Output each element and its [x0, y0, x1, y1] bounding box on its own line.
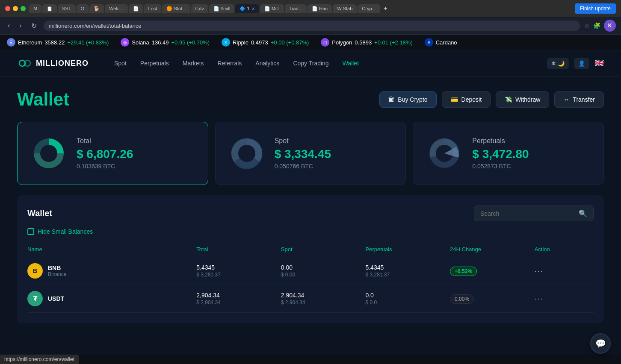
- tab-sst[interactable]: SST: [58, 4, 75, 13]
- tab-tldv[interactable]: tl;dv: [191, 4, 208, 13]
- tab-active[interactable]: 🔷 1✕: [235, 4, 259, 13]
- table-header: Name Total Spot Perpetuals 24H Change Ac…: [27, 242, 594, 257]
- total-balance-card: Total $ 6,807.26 0.103639 BTC: [17, 122, 208, 185]
- wallet-section-header: Wallet 🔍: [27, 205, 594, 221]
- nav-spot[interactable]: Spot: [114, 60, 127, 67]
- usdt-action[interactable]: ···: [535, 294, 594, 303]
- transfer-label: Transfer: [573, 96, 595, 103]
- ethereum-price: 3588.22: [44, 39, 65, 46]
- tab-millio3[interactable]: 📄 Milli: [260, 4, 284, 13]
- bnb-name-group: BNB Binance: [48, 264, 66, 277]
- tab-millio1[interactable]: 📋: [42, 4, 57, 13]
- tab-gmail[interactable]: M: [29, 4, 41, 13]
- forward-button[interactable]: ›: [17, 21, 24, 30]
- language-flag[interactable]: 🇬🇧: [594, 59, 604, 68]
- usdt-symbol: USDT: [48, 295, 64, 302]
- usdt-icon: ₮: [27, 291, 43, 306]
- ethereum-change: +29.41 (+0.83%): [67, 39, 109, 46]
- polygon-change: +0.01 (+2.18%): [374, 39, 413, 46]
- hide-small-balances-toggle[interactable]: Hide Small Balances: [27, 228, 594, 235]
- tab-crypto[interactable]: Cryp...: [358, 4, 380, 13]
- ticker-ethereum: Ξ Ethereum 3588.22 +29.41 (+0.83%): [7, 38, 109, 47]
- ethereum-name: Ethereum: [18, 39, 42, 46]
- ripple-name: Ripple: [233, 39, 248, 46]
- col-24h-change: 24H Change: [450, 246, 535, 252]
- tab-millio2[interactable]: 📄: [129, 4, 143, 13]
- bnb-change-badge: +0.52%: [450, 267, 477, 276]
- withdraw-button[interactable]: 💸 Withdraw: [496, 91, 549, 108]
- tab-stolen[interactable]: 🟠 Stol...: [162, 4, 190, 13]
- deposit-icon: 💳: [451, 96, 458, 103]
- polygon-icon: ⬡: [321, 38, 329, 47]
- bnb-icon: B: [27, 263, 43, 279]
- usdt-change: 0.00%: [450, 295, 535, 302]
- tab-mill[interactable]: 📄 #mill: [209, 4, 235, 13]
- tab-google[interactable]: G: [77, 4, 89, 13]
- usdt-change-badge: 0.00%: [450, 294, 474, 304]
- spot-card-btc: 0.050766 BTC: [275, 163, 394, 170]
- cardano-icon: ₳: [425, 38, 433, 47]
- nav-copy-trading[interactable]: Copy Trading: [293, 60, 328, 67]
- hide-balances-label: Hide Small Balances: [38, 228, 93, 235]
- address-input[interactable]: [44, 21, 580, 31]
- usdt-name-group: USDT: [48, 295, 64, 302]
- back-button[interactable]: ‹: [5, 21, 12, 30]
- search-input[interactable]: [480, 210, 575, 217]
- ticker-solana: ◎ Solana 136.49 +0.95 (+0.70%): [121, 38, 210, 47]
- wallet-page-title: Wallet: [17, 89, 69, 110]
- col-spot: Spot: [281, 246, 366, 252]
- new-tab-button[interactable]: +: [381, 5, 390, 12]
- bnb-perp: 5.4345 $ 3,281.37: [365, 264, 450, 278]
- usdt-more-button[interactable]: ···: [535, 294, 544, 303]
- col-name: Name: [27, 246, 196, 252]
- bookmark-icon[interactable]: ☆: [584, 22, 590, 29]
- extension-icon[interactable]: 🧩: [593, 22, 600, 29]
- nav-markets[interactable]: Markets: [183, 60, 204, 67]
- address-bar-icons: ☆ 🧩 K: [584, 20, 616, 32]
- perpetuals-card-info: Perpetuals $ 3,472.80 0.052873 BTC: [472, 137, 591, 170]
- table-row: B BNB Binance 5.4345 $ 3,281.37 0.00 $ 0…: [27, 257, 594, 285]
- nav-links: Spot Perpetuals Markets Referrals Analyt…: [114, 60, 547, 67]
- nav-analytics[interactable]: Analytics: [255, 60, 279, 67]
- tab-trading[interactable]: Trad...: [285, 4, 307, 13]
- deposit-button[interactable]: 💳 Deposit: [442, 91, 491, 108]
- tab-stab[interactable]: W Stab: [333, 4, 357, 13]
- cardano-name: Cardano: [436, 39, 457, 46]
- nav-wallet[interactable]: Wallet: [343, 60, 359, 67]
- table-row: ₮ USDT 2,904.34 $ 2,904.34 2,904.34 $ 2,…: [27, 285, 594, 313]
- total-card-info: Total $ 6,807.26 0.103639 BTC: [77, 137, 196, 170]
- perpetuals-card-btc: 0.052873 BTC: [472, 163, 591, 170]
- transfer-button[interactable]: ↔ Transfer: [554, 91, 604, 108]
- tab-4[interactable]: 🐕: [89, 4, 104, 13]
- spot-card-usd: $ 3,334.45: [275, 147, 394, 161]
- bnb-action[interactable]: ···: [535, 267, 594, 276]
- nav-referrals[interactable]: Referrals: [218, 60, 242, 67]
- nav-perpetuals[interactable]: Perpetuals: [140, 60, 169, 67]
- wallet-actions: 🏛 Buy Crypto 💳 Deposit 💸 Withdraw ↔ Tran…: [379, 91, 604, 108]
- chat-button[interactable]: 💬: [590, 333, 611, 354]
- minimize-traffic-light[interactable]: [13, 6, 18, 11]
- solana-change: +0.95 (+0.70%): [171, 39, 210, 46]
- close-traffic-light[interactable]: [5, 6, 10, 11]
- col-perpetuals: Perpetuals: [365, 246, 450, 252]
- hide-balances-checkbox[interactable]: [27, 228, 34, 235]
- search-icon: 🔍: [579, 209, 587, 217]
- deposit-label: Deposit: [461, 96, 482, 103]
- profile-button[interactable]: 👤: [574, 58, 589, 69]
- wallet-table-section: Wallet 🔍 Hide Small Balances Name Total …: [17, 195, 604, 323]
- buy-crypto-button[interactable]: 🏛 Buy Crypto: [379, 91, 436, 108]
- bnb-coin-info: B BNB Binance: [27, 263, 196, 279]
- profile-avatar[interactable]: K: [604, 20, 616, 32]
- buy-crypto-label: Buy Crypto: [398, 96, 427, 103]
- tab-lost[interactable]: Lost: [144, 4, 162, 13]
- bnb-more-button[interactable]: ···: [535, 267, 544, 276]
- finish-update-button[interactable]: Finish update: [575, 3, 616, 14]
- maximize-traffic-light[interactable]: [21, 6, 26, 11]
- search-box[interactable]: 🔍: [474, 205, 594, 221]
- ticker-cardano: ₳ Cardano: [425, 38, 457, 47]
- tab-han[interactable]: 📄 Han: [308, 4, 332, 13]
- tab-welcome[interactable]: Welc...: [105, 4, 127, 13]
- perpetuals-card-label: Perpetuals: [472, 137, 591, 145]
- theme-toggle-button[interactable]: ❄ 🌙: [547, 58, 569, 69]
- refresh-button[interactable]: ↻: [29, 21, 39, 31]
